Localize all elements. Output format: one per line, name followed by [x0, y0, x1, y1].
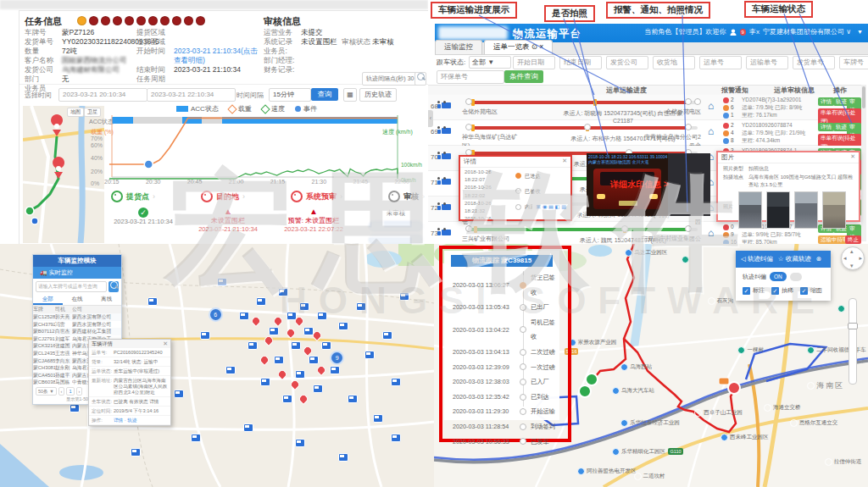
home-icon[interactable]: ⌂ — [708, 126, 714, 136]
milestone-step[interactable]: 目的地 › — [201, 191, 245, 202]
photo-thumbnail[interactable] — [738, 191, 762, 229]
detail-button[interactable]: 详情 — [818, 97, 834, 106]
vehicle-marker[interactable] — [70, 404, 80, 412]
vehicle-marker[interactable] — [174, 390, 184, 398]
checkbox-icon[interactable]: ✓ — [800, 287, 808, 295]
photo-thumbnail[interactable] — [766, 191, 790, 229]
checkbox-icon[interactable]: ✓ — [743, 287, 750, 295]
fleet-row[interactable]: 蒙C12528郭天亮蒙西水泥有限公司 — [33, 313, 121, 321]
photo-thumbnail[interactable] — [822, 191, 846, 229]
alarm-count-orange[interactable]: 4 — [723, 130, 734, 136]
vehicle-marker[interactable] — [225, 366, 236, 374]
vehicle-marker[interactable] — [302, 344, 314, 356]
scrollbar[interactable] — [861, 85, 866, 241]
page-size-select[interactable]: 50条 ▼ — [36, 387, 57, 396]
vehicle-marker[interactable] — [399, 292, 409, 301]
vehicle-marker[interactable] — [391, 378, 401, 386]
checkbox-icon[interactable]: ✓ — [771, 287, 779, 295]
home-icon[interactable]: ⌂ — [708, 228, 714, 238]
settings-icon[interactable]: ⊗ — [816, 251, 821, 268]
vehicle-marker[interactable] — [291, 341, 301, 350]
filter-status-select[interactable]: 全部 ▼ — [469, 56, 511, 69]
alarm-count-orange[interactable]: 9 — [723, 231, 734, 238]
filter-input[interactable]: 发货单号 — [793, 56, 835, 69]
milestone-step[interactable]: 系统预审 › — [291, 191, 342, 202]
correct-track-button[interactable]: ◁ 轨迹纠偏 — [741, 251, 773, 268]
alarm-count-blue[interactable]: 1 — [723, 112, 734, 119]
vehicle-marker[interactable] — [250, 315, 262, 327]
home-icon[interactable]: ⌂ — [708, 101, 714, 111]
vehicle-marker[interactable] — [191, 434, 201, 442]
filter-input[interactable]: 结束日期 — [559, 56, 602, 69]
collapse-handle[interactable]: ‹ — [428, 110, 433, 127]
alarm-count-red[interactable]: 2 — [723, 97, 734, 103]
vehicle-marker[interactable] — [260, 378, 270, 386]
alarm-count-orange[interactable]: 6 — [723, 104, 734, 111]
vehicle-marker[interactable] — [259, 354, 270, 366]
vehicle-marker[interactable] — [313, 385, 323, 393]
waybill-row[interactable]: 68 仓储外苑电区 承运人: 胡晓梅 15204737345(司机) 白世杰 蒙… — [428, 95, 861, 120]
filter-input[interactable]: 开始日期 — [513, 56, 555, 69]
vehicle-marker[interactable] — [200, 331, 210, 340]
fleet-tab[interactable]: 全部 — [33, 294, 63, 305]
tab-waybill-list[interactable]: 运单一览表 ⊙ × — [484, 40, 553, 54]
truck-photo[interactable]: 2018-10-26 18:21:32 106.63311 39.10004 内… — [587, 153, 710, 216]
vehicle-marker[interactable] — [131, 448, 141, 457]
vehicle-marker[interactable] — [289, 379, 301, 390]
on-toggle[interactable]: ON — [770, 272, 787, 281]
fleet-search-input[interactable]: 请输入车牌号或运单号查询 — [36, 281, 107, 292]
vehicle-marker[interactable]: 6 — [209, 307, 223, 322]
vehicle-marker[interactable] — [348, 395, 358, 403]
milestone-step[interactable]: 审核 › — [388, 191, 425, 202]
vehicle-marker[interactable] — [271, 315, 283, 327]
vehicle-marker[interactable] — [147, 297, 158, 306]
company-select[interactable]: 宁夏建材集团股份有限公司 ∨ — [763, 27, 851, 36]
detail-button[interactable]: 详情 — [818, 123, 834, 131]
vehicle-marker[interactable] — [276, 368, 288, 380]
toggle-knob[interactable] — [790, 273, 802, 281]
vehicle-marker[interactable] — [338, 322, 348, 330]
close-icon[interactable]: ✕ — [850, 153, 855, 162]
vehicle-marker[interactable] — [285, 327, 297, 339]
vehicle-marker[interactable] — [364, 351, 375, 359]
fleet-row[interactable]: 蒙B07112白世杰蒙西建材化工集团 — [33, 328, 121, 335]
playback-option[interactable]: ✓标注 — [743, 286, 765, 295]
vehicle-marker[interactable] — [263, 335, 275, 346]
photo-thumbnail[interactable] — [794, 191, 818, 229]
vehicle-marker[interactable] — [274, 356, 284, 364]
vehicle-marker[interactable] — [382, 331, 392, 340]
vehicle-marker[interactable] — [391, 434, 401, 442]
favorite-track-button[interactable]: ☆ 收藏轨迹 — [778, 251, 811, 268]
tab-monitor[interactable]: 运输监控 — [435, 40, 482, 54]
vehicle-marker[interactable] — [338, 453, 348, 462]
vehicle-marker[interactable] — [248, 341, 258, 350]
playback-option[interactable]: ✓缩图 — [800, 286, 822, 295]
vehicle-marker[interactable] — [330, 366, 340, 374]
filter-search-button[interactable]: 条件查询 — [504, 70, 543, 83]
filter-input[interactable]: 运单号 — [699, 56, 742, 69]
alarm-count-red[interactable]: 2 — [723, 122, 734, 129]
vehicle-marker[interactable] — [217, 278, 227, 286]
app-user-area[interactable]: 当前角色【管理员】欢迎你 9 李x 宁夏建材集团股份有限公司 ∨ — [645, 27, 851, 36]
vehicle-marker[interactable] — [298, 393, 309, 405]
row-action-icons[interactable]: ▣ ◉ ▤ ◧ ▥ — [536, 202, 566, 210]
compass-control[interactable]: ▴▾ ◂▸ — [841, 246, 865, 270]
close-icon[interactable]: ✕ — [562, 158, 567, 166]
filter-input[interactable]: 收货地 — [653, 56, 695, 69]
alarm-count-blue[interactable]: 8 — [723, 137, 734, 144]
vehicle-marker[interactable] — [317, 312, 327, 320]
milestone-step[interactable]: 提货点 › — [111, 191, 155, 202]
next-page-button[interactable]: › — [76, 387, 83, 396]
close-icon[interactable]: ✕ — [163, 340, 168, 348]
vehicle-marker[interactable] — [373, 414, 383, 423]
terminate-button[interactable]: 终止 — [845, 235, 861, 244]
vehicle-marker[interactable] — [295, 439, 305, 447]
vehicle-marker[interactable] — [243, 423, 253, 432]
fleet-panel-subtitle[interactable]: 🚛 实时监控 — [33, 267, 121, 279]
vehicle-marker[interactable] — [239, 312, 249, 320]
vehicle-marker[interactable] — [315, 363, 327, 375]
zoom-slider-thumb[interactable] — [848, 323, 858, 329]
page-number[interactable]: 1 — [66, 387, 74, 396]
filter-input[interactable]: 发货公司 — [606, 56, 648, 69]
fleet-tab[interactable]: 在线 — [63, 294, 92, 305]
